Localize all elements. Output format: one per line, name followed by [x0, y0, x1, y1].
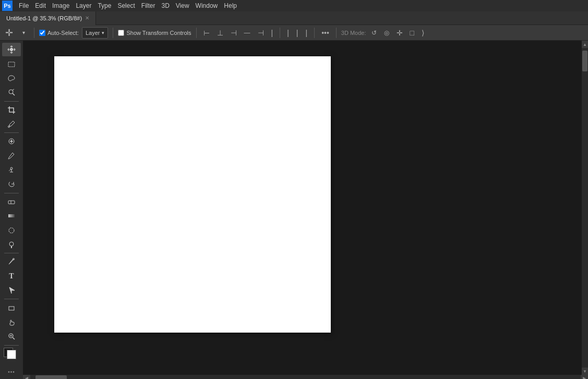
left-toolbar: T •••	[0, 41, 23, 379]
blur-tool[interactable]	[2, 224, 21, 237]
3d-pan-btn[interactable]: ✛	[394, 28, 405, 38]
move-tool-icon[interactable]: ✛	[3, 27, 15, 39]
crop-tool[interactable]	[2, 103, 21, 117]
divider-2	[113, 28, 113, 38]
foreground-color[interactable]	[7, 350, 16, 359]
distribute-btn3[interactable]: |	[303, 28, 309, 38]
auto-select-checkbox[interactable]	[39, 30, 45, 36]
center-area: ▲ ▼ ◀ ▶	[23, 41, 588, 379]
align-left-btn[interactable]: ⊢	[201, 28, 212, 38]
tool-sep-5	[4, 299, 19, 299]
dodge-tool[interactable]	[2, 238, 21, 251]
more-options-btn[interactable]: •••	[319, 28, 331, 38]
scrollbar-right[interactable]: ▲ ▼	[582, 41, 588, 375]
menu-bar: Ps FileEditImageLayerTypeSelectFilter3DV…	[0, 0, 588, 11]
scroll-horizontal-track[interactable]	[30, 375, 581, 379]
ps-logo: Ps	[2, 1, 13, 11]
text-tool[interactable]: T	[2, 270, 21, 283]
menu-item-edit[interactable]: Edit	[32, 1, 49, 10]
svg-rect-10	[8, 214, 15, 217]
menu-item-layer[interactable]: Layer	[73, 1, 94, 10]
more-tools-btn[interactable]: •••	[2, 365, 21, 379]
divider-4	[280, 28, 280, 38]
divider-1	[34, 28, 34, 38]
auto-select-label[interactable]: Auto-Select:	[39, 30, 79, 36]
main-layout: T •••	[0, 41, 588, 379]
svg-point-5	[9, 90, 13, 94]
menu-item-view[interactable]: View	[173, 1, 193, 10]
3d-slide-btn[interactable]: □	[408, 28, 416, 38]
menu-item-file[interactable]: File	[16, 1, 32, 10]
canvas-area[interactable]	[23, 41, 582, 375]
eraser-tool[interactable]	[2, 195, 21, 209]
tool-sep-6	[4, 345, 19, 346]
menu-item-select[interactable]: Select	[114, 1, 138, 10]
transform-checkbox[interactable]	[118, 30, 124, 36]
brush-tool[interactable]	[2, 149, 21, 163]
scroll-right-arrow[interactable]: ▶	[581, 375, 588, 379]
distribute-v-btn[interactable]: |	[294, 28, 301, 38]
menu-item-type[interactable]: Type	[94, 1, 114, 10]
scroll-left-arrow[interactable]: ◀	[23, 375, 30, 379]
tab-bar: Untitled-1 @ 35.3% (RGB/8#) ✕	[0, 11, 588, 25]
layer-dropdown[interactable]: Layer ▾	[82, 27, 109, 39]
menu-item-image[interactable]: Image	[49, 1, 73, 10]
healing-brush-tool[interactable]	[2, 135, 21, 148]
history-brush-tool[interactable]	[2, 177, 21, 191]
align-center-v-btn[interactable]: ⊣	[256, 28, 266, 38]
lasso-tool[interactable]	[2, 71, 21, 85]
svg-point-11	[9, 228, 14, 233]
color-boxes	[3, 348, 20, 362]
divider-5	[314, 28, 315, 38]
tool-sep-2	[4, 132, 19, 133]
eyedropper-tool[interactable]	[2, 117, 21, 131]
align-center-h-btn[interactable]: ⊥	[215, 28, 225, 38]
marquee-tool[interactable]	[2, 57, 21, 70]
tab-close-button[interactable]: ✕	[85, 15, 89, 21]
canvas-document	[54, 56, 331, 333]
svg-rect-4	[8, 62, 15, 67]
3d-scale-btn[interactable]: ⟩	[419, 28, 426, 38]
menu-item-help[interactable]: Help	[221, 1, 240, 10]
shape-tool[interactable]	[2, 301, 21, 314]
align-right-btn[interactable]: ⊣	[229, 28, 239, 38]
tool-arrow-icon[interactable]: ▾	[18, 27, 29, 39]
tab-document[interactable]: Untitled-1 @ 35.3% (RGB/8#) ✕	[0, 11, 96, 25]
svg-marker-2	[9, 47, 14, 50]
pen-tool[interactable]	[2, 255, 21, 268]
divider-3	[196, 28, 197, 38]
clone-stamp-tool[interactable]	[2, 163, 21, 177]
distribute-h-btn[interactable]: |	[285, 28, 291, 38]
menu-item-window[interactable]: Window	[193, 1, 221, 10]
scrollbar-bottom[interactable]: ◀ ▶	[23, 375, 588, 379]
options-bar: ✛ ▾ Auto-Select: Layer ▾ Show Transform …	[0, 25, 588, 41]
move-tool[interactable]	[2, 43, 21, 56]
quick-select-tool[interactable]	[2, 85, 21, 99]
svg-point-12	[9, 242, 14, 246]
3d-orbit-btn[interactable]: ↺	[369, 28, 379, 38]
3d-roll-btn[interactable]: ◎	[382, 28, 391, 38]
zoom-tool[interactable]	[2, 329, 21, 343]
tool-sep-4	[4, 253, 19, 253]
align-bottom-btn[interactable]: |	[269, 28, 275, 38]
divider-6	[336, 28, 337, 38]
menu-item-filter[interactable]: Filter	[138, 1, 159, 10]
canvas-container	[54, 56, 331, 333]
svg-point-6	[8, 126, 10, 128]
tool-sep-3	[4, 193, 19, 193]
transform-label[interactable]: Show Transform Controls	[118, 30, 191, 36]
hand-tool[interactable]	[2, 315, 21, 329]
menu-item-3d[interactable]: 3D	[158, 1, 172, 10]
svg-rect-9	[8, 201, 15, 204]
align-top-btn[interactable]: —	[242, 28, 253, 38]
scroll-down-arrow[interactable]: ▼	[582, 368, 588, 375]
scroll-vertical-thumb[interactable]	[582, 51, 587, 71]
canvas-with-scroll: ▲ ▼	[23, 41, 588, 375]
scroll-up-arrow[interactable]: ▲	[582, 41, 588, 48]
tab-label: Untitled-1 @ 35.3% (RGB/8#)	[6, 15, 82, 21]
gradient-tool[interactable]	[2, 209, 21, 223]
scroll-vertical-track[interactable]	[582, 48, 588, 368]
scroll-horizontal-thumb[interactable]	[35, 375, 67, 379]
path-select-tool[interactable]	[2, 284, 21, 297]
svg-marker-3	[9, 50, 14, 52]
